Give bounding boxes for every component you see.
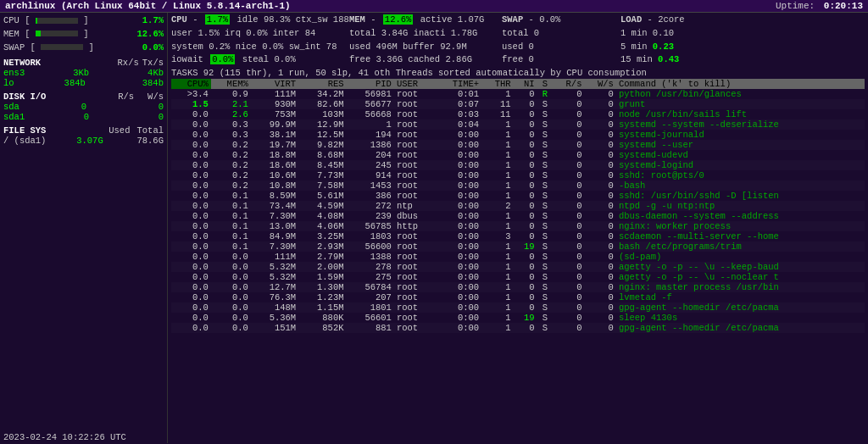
load-stats: LOAD - 2core 1 min 0.10 5 min 0.23 15 mi…	[620, 14, 731, 67]
task-s: S	[537, 201, 554, 211]
task-time: 0:00	[434, 221, 481, 231]
task-ni: 0	[514, 282, 537, 292]
swap-row: SWAP [ ] 0.0%	[3, 42, 164, 55]
task-cmd: dbus-daemon --system --address	[616, 211, 865, 221]
task-thr: 1	[481, 302, 513, 313]
task-res: 8.68M	[298, 150, 346, 160]
task-mem: 0.1	[211, 241, 251, 252]
task-user: root	[394, 180, 434, 191]
task-ni: 0	[514, 272, 537, 282]
task-mem: 0.0	[211, 252, 251, 262]
tasks-table: CPU% MEM% VIRT RES PID USER TIME+ THR NI…	[171, 79, 865, 333]
task-time: 0:00	[434, 191, 481, 201]
task-thr: 1	[481, 89, 513, 99]
task-cpu: 0.0	[171, 282, 211, 292]
task-row: 0.0 0.2 10.6M 7.73M 914 root 0:00 1 0 S …	[171, 170, 865, 180]
task-user: root	[394, 231, 434, 241]
task-res: 852K	[298, 323, 346, 333]
task-mem: 0.1	[211, 191, 251, 201]
task-thr: 1	[481, 282, 513, 292]
task-user: root	[394, 191, 434, 201]
task-rs: 0	[553, 191, 584, 201]
task-pid: 56600	[347, 241, 394, 252]
task-time: 0:00	[434, 252, 481, 262]
task-ws: 0	[584, 109, 615, 119]
task-thr: 1	[481, 140, 513, 150]
task-s: S	[537, 191, 554, 201]
task-mem: 0.0	[211, 272, 251, 282]
task-ni: 0	[514, 180, 537, 191]
task-thr: 1	[481, 191, 513, 201]
task-cpu: 0.0	[171, 262, 211, 272]
task-s: S	[537, 160, 554, 170]
col-user: USER	[394, 79, 434, 89]
task-row: 0.0 0.0 5.32M 1.59M 275 root 0:00 1 0 S …	[171, 272, 865, 282]
task-time: 0:00	[434, 302, 481, 313]
task-row: 0.0 0.1 7.30M 4.08M 239 dbus 0:00 1 0 S …	[171, 211, 865, 221]
task-ni: 0	[514, 252, 537, 262]
task-time: 0:00	[434, 211, 481, 221]
task-mem: 0.0	[211, 313, 251, 323]
mem-row: MEM [ ] 12.6%	[3, 28, 164, 42]
task-rs: 0	[553, 313, 584, 323]
task-cmd: agetty -o -p -- \u --keep-baud	[616, 262, 865, 272]
task-pid: 1453	[347, 180, 394, 191]
task-ws: 0	[584, 211, 615, 221]
task-rs: 0	[553, 99, 584, 109]
filesystem-row: / (sda1) 3.07G 78.6G	[3, 136, 164, 146]
task-rs: 0	[553, 170, 584, 180]
task-pid: 1801	[347, 302, 394, 313]
task-pid: 56981	[347, 89, 394, 99]
task-rs: 0	[553, 241, 584, 252]
task-pid: 278	[347, 262, 394, 272]
col-cpu: CPU%	[171, 79, 211, 89]
task-mem: 0.1	[211, 211, 251, 221]
tasks-summary: TASKS 92 (115 thr), 1 run, 50 slp, 41 ot…	[171, 68, 647, 78]
task-user: root	[394, 130, 434, 140]
task-mem: 0.2	[211, 140, 251, 150]
task-res: 880K	[298, 313, 346, 323]
task-ni: 0	[514, 140, 537, 150]
task-ws: 0	[584, 160, 615, 170]
task-user: root	[394, 292, 434, 302]
task-cpu: 0.0	[171, 323, 211, 333]
disk-section: DISK I/O R/s W/s sda 0 0 sda1 0 0	[3, 92, 164, 122]
col-mem: MEM%	[211, 79, 251, 89]
task-cmd: (sd-pam)	[616, 252, 865, 262]
task-ws: 0	[584, 323, 615, 333]
task-cpu: 0.0	[171, 119, 211, 130]
task-res: 1.30M	[298, 282, 346, 292]
task-time: 0:00	[434, 170, 481, 180]
task-res: 8.45M	[298, 160, 346, 170]
task-virt: 930M	[251, 99, 298, 109]
col-rs: R/s	[553, 79, 584, 89]
task-cpu: 0.0	[171, 231, 211, 241]
task-res: 9.82M	[298, 140, 346, 150]
task-pid: 56668	[347, 109, 394, 119]
task-ws: 0	[584, 180, 615, 191]
task-thr: 11	[481, 109, 513, 119]
task-cmd: node /usr/bin/sails lift	[616, 109, 865, 119]
task-cmd: sshd: root@pts/0	[616, 170, 865, 180]
task-virt: 7.30M	[251, 241, 298, 252]
task-thr: 1	[481, 160, 513, 170]
task-pid: 194	[347, 130, 394, 140]
task-thr: 1	[481, 180, 513, 191]
task-thr: 11	[481, 99, 513, 109]
task-rs: 0	[553, 201, 584, 211]
task-ws: 0	[584, 241, 615, 252]
task-rs: 0	[553, 211, 584, 221]
task-mem: 2.1	[211, 99, 251, 109]
task-mem: 0.0	[211, 302, 251, 313]
task-pid: 207	[347, 292, 394, 302]
task-pid: 1388	[347, 252, 394, 262]
task-res: 2.00M	[298, 262, 346, 272]
task-res: 4.59M	[298, 201, 346, 211]
task-thr: 1	[481, 119, 513, 130]
task-ws: 0	[584, 313, 615, 323]
col-pid: PID	[347, 79, 394, 89]
task-pid: 1	[347, 119, 394, 130]
task-thr: 2	[481, 201, 513, 211]
task-cmd: grunt	[616, 99, 865, 109]
task-mem: 0.1	[211, 231, 251, 241]
